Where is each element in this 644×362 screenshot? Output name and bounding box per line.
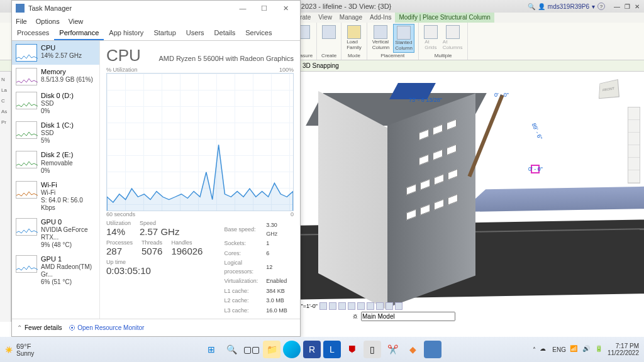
revit-titlebar-right: 🔍 👤 mds319R39P6 ▾ ? — ❐ ✕ <box>528 2 641 11</box>
clock[interactable]: 7:17 PM 11/22/2022 <box>608 343 639 356</box>
viewcube[interactable]: FRONT <box>594 77 623 102</box>
dimension-label[interactable]: 0' - 0" <box>528 166 543 172</box>
task-view-button[interactable]: ▢▢ <box>243 341 260 358</box>
3d-snapping-label: 3D Snapping <box>303 62 339 69</box>
tab-details[interactable]: Details <box>209 27 241 40</box>
close-button[interactable]: ✕ <box>275 1 296 16</box>
help-icon[interactable]: ? <box>597 3 605 10</box>
navigation-bar[interactable] <box>628 107 640 184</box>
explorer-icon[interactable]: 📁 <box>263 341 280 358</box>
open-resource-monitor-link[interactable]: 🞊 Open Resource Monitor <box>69 324 144 331</box>
load-family-button[interactable]: Load Family <box>345 24 363 52</box>
sparkline-thumb <box>16 68 37 85</box>
menu-options[interactable]: Options <box>36 18 60 25</box>
at-grids-button: At Grids <box>423 24 439 52</box>
fewer-details-button[interactable]: ⌃Fewer details <box>17 324 62 331</box>
tab-processes[interactable]: Processes <box>12 27 54 40</box>
taskbar-weather[interactable]: ☀️ 69°FSunny <box>0 343 34 357</box>
chart-ymax: 100% <box>279 67 294 73</box>
minimize-button[interactable]: — <box>613 2 621 11</box>
cpu-meta: Base speed:3.30 GHz Sockets:1 Cores:6 Lo… <box>223 220 294 316</box>
scene-building <box>318 90 475 279</box>
sparkline-thumb <box>16 218 37 236</box>
tray-chevron-icon[interactable]: ˄ <box>533 346 536 353</box>
stat-label: Up time <box>106 259 203 265</box>
tm-tabs: Processes Performance App history Startu… <box>12 27 300 41</box>
tab-performance[interactable]: Performance <box>54 27 104 40</box>
sidebar-item-disk-1-c-[interactable]: Disk 1 (C:)SSD 5% <box>12 118 99 148</box>
dimension-label[interactable]: 89' - 6" <box>531 122 543 141</box>
lumion-icon[interactable]: L <box>323 341 341 358</box>
stat-value: 2.57 GHz <box>140 226 179 237</box>
revit-left-panel-collapsed[interactable]: NLaCAsPr <box>0 72 11 322</box>
chart-xlabel: 60 seconds <box>106 211 135 217</box>
system-tray[interactable]: ˄ ☁ ENG 📶 🔊 🔋 7:17 PM 11/22/2022 <box>533 343 644 356</box>
sidebar-item-gpu-0[interactable]: GPU 0NVIDIA GeForce RTX... 9% (48 °C) <box>12 215 99 252</box>
dimension-label[interactable]: 73' - 6 13/28" <box>409 97 442 103</box>
menu-file[interactable]: File <box>16 18 27 25</box>
vertical-column-button[interactable]: Vertical Column <box>371 24 391 53</box>
workset-combo[interactable]: ⛭ <box>352 310 455 322</box>
tm-titlebar[interactable]: Task Manager — ☐ ✕ <box>12 1 300 16</box>
start-button[interactable]: ⊞ <box>203 341 220 358</box>
edge-icon[interactable] <box>283 341 301 358</box>
sparkline-thumb <box>16 92 37 109</box>
3d-scene[interactable]: 73' - 6 13/28" 0' - 0" 89' - 6" 0' - 0" … <box>289 72 644 322</box>
view-control-bar[interactable]: 1/8"=1'-0" <box>289 302 644 310</box>
at-columns-button: At Columns <box>441 24 464 52</box>
chart-ylabel: % Utilization <box>106 67 138 73</box>
tab-services[interactable]: Services <box>240 27 277 40</box>
tab-users[interactable]: Users <box>181 27 209 40</box>
revit-icon[interactable]: R <box>303 341 321 358</box>
sidebar-item-gpu-1[interactable]: GPU 1AMD Radeon(TM) Gr... 6% (51 °C) <box>12 252 99 289</box>
taskbar-pinned-apps: ⊞ 🔍 ▢▢ 📁 R L ⛊ ▯ ✂️ ◆ <box>203 341 441 358</box>
windows-taskbar[interactable]: ☀️ 69°FSunny ⊞ 🔍 ▢▢ 📁 R L ⛊ ▯ ✂️ ◆ ˄ ☁ E… <box>0 337 644 362</box>
ribbon-tab[interactable]: View <box>314 13 336 23</box>
main-model-field[interactable] <box>361 312 455 321</box>
slanted-column-button[interactable]: Slanted Column <box>393 24 414 53</box>
stat-value: 196026 <box>171 246 203 256</box>
stat-label: Threads <box>142 239 162 246</box>
task-manager-window: Task Manager — ☐ ✕ File Options View Pro… <box>11 0 301 337</box>
minimize-button[interactable]: — <box>232 1 253 16</box>
maximize-button[interactable]: ☐ <box>253 1 275 16</box>
ribbon-tab-active[interactable]: Modify | Place Structural Column <box>395 13 494 23</box>
app-icon[interactable]: ◆ <box>404 341 421 358</box>
volume-icon[interactable]: 🔊 <box>582 345 591 354</box>
stat-label: Handles <box>171 239 203 246</box>
wifi-icon[interactable]: 📶 <box>570 345 579 354</box>
tab-app-history[interactable]: App history <box>104 27 148 40</box>
sidebar-item-disk-0-d-[interactable]: Disk 0 (D:)SSD 0% <box>12 89 99 118</box>
tm-menubar: File Options View <box>12 16 300 27</box>
restore-button[interactable]: ❐ <box>623 2 631 11</box>
task-manager-icon <box>16 4 25 13</box>
search-icon[interactable]: 🔍 <box>528 3 535 10</box>
battery-icon[interactable]: 🔋 <box>595 345 604 354</box>
tab-startup[interactable]: Startup <box>148 27 180 40</box>
stat-value: 14% <box>106 226 131 237</box>
app-icon[interactable]: ▯ <box>364 341 381 358</box>
snip-icon[interactable]: ✂️ <box>384 341 401 358</box>
menu-view[interactable]: View <box>69 18 84 25</box>
sidebar-item-wi-fi[interactable]: Wi-FiWi-Fi S: 64.0 R: 56.0 Kbps <box>12 178 99 215</box>
create-button[interactable] <box>321 24 337 40</box>
stat-label: Speed <box>140 220 179 226</box>
revit-user[interactable]: 👤 mds319R39P6 ▾ <box>538 3 595 10</box>
sparkline-thumb <box>16 255 37 273</box>
task-manager-icon[interactable] <box>424 341 441 358</box>
sidebar-item-disk-2-e-[interactable]: Disk 2 (E:)Removable 0% <box>12 148 99 177</box>
close-button[interactable]: ✕ <box>633 2 641 11</box>
sidebar-item-memory[interactable]: Memory8.5/13.9 GB (61%) <box>12 65 99 89</box>
sparkline-thumb <box>16 121 37 139</box>
search-button[interactable]: 🔍 <box>223 341 240 358</box>
onedrive-icon[interactable]: ☁ <box>540 345 548 354</box>
language-indicator[interactable]: ENG <box>552 346 566 353</box>
chart-xmax: 0 <box>291 211 294 217</box>
cpu-utilization-chart[interactable] <box>106 73 294 211</box>
ribbon-tab[interactable]: Add-Ins <box>366 13 395 23</box>
performance-sidebar: CPU14% 2.57 GHzMemory8.5/13.9 GB (61%)Di… <box>12 41 100 319</box>
mcafee-icon[interactable]: ⛊ <box>343 341 361 358</box>
dimension-label[interactable]: 0' - 0" <box>494 92 509 98</box>
sidebar-item-cpu[interactable]: CPU14% 2.57 GHz <box>12 41 99 65</box>
ribbon-tab[interactable]: Manage <box>336 13 366 23</box>
